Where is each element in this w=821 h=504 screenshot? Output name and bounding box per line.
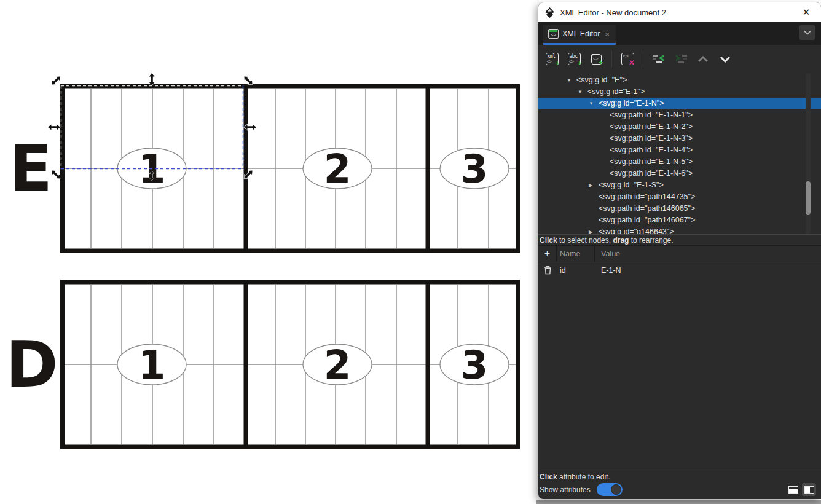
tree-node[interactable]: <svg:path id="E-1-N-4">: [538, 144, 821, 156]
tree-node-label: <svg:path id="E-1-N-6">: [610, 169, 693, 178]
window-shadow-strip: [536, 500, 821, 504]
attribute-hint: Click attribute to edit.: [538, 471, 821, 482]
inkscape-canvas[interactable]: 1 2 3 E 1 2 3 D: [0, 0, 538, 504]
expander-open-icon[interactable]: ▼: [589, 98, 599, 109]
expander-open-icon[interactable]: ▼: [578, 86, 587, 98]
new-text-node-button[interactable]: abc <> +: [565, 50, 583, 68]
xml-tree[interactable]: ▼<svg:g id="E">▼<svg:g id="E-1">▼<svg:g …: [538, 73, 821, 234]
tree-node-label: <svg:path id="E-1-N-5">: [610, 157, 693, 166]
tab-close-icon[interactable]: ×: [605, 30, 610, 39]
tree-node[interactable]: ▼<svg:g id="E-1-N">: [538, 98, 821, 109]
ellipse-label-d2: 2: [324, 342, 352, 388]
tree-scrollbar[interactable]: [806, 73, 811, 234]
attribute-value-header: Value: [595, 250, 821, 258]
layout-horizontal-button[interactable]: [786, 483, 800, 496]
chevron-up-icon: [697, 56, 709, 63]
scale-handle-nw[interactable]: [50, 74, 61, 86]
attribute-name-header: Name: [557, 246, 595, 262]
chevron-down-icon: [804, 30, 811, 35]
new-element-node-icon: xml <> +: [546, 53, 559, 65]
dialog-tabbar: <> XML Editor ×: [538, 22, 821, 45]
scale-handle-n[interactable]: [149, 73, 155, 85]
delete-attribute-button[interactable]: [538, 266, 557, 275]
attribute-row[interactable]: id E-1-N: [538, 262, 821, 278]
dialog-titlebar[interactable]: XML Editor - New document 2 ✕: [538, 2, 821, 22]
attribute-table-header: + Name Value: [538, 246, 821, 262]
ellipse-label-e2: 2: [324, 146, 352, 192]
tree-node[interactable]: <svg:path id="E-1-N-1">: [538, 109, 821, 121]
scale-handle-w[interactable]: [48, 125, 60, 130]
ellipse-label-d1: 1: [138, 342, 166, 388]
toolbar-separator: [643, 51, 643, 67]
drawing-row-d[interactable]: 1 2 3 D: [6, 280, 517, 449]
tree-node[interactable]: ▶<svg:g id="g146643">: [538, 226, 821, 234]
row-label-d: D: [6, 328, 58, 401]
chevron-down-icon: [720, 56, 731, 63]
tree-node-label: <svg:path id="E-1-N-4">: [610, 146, 693, 154]
unindent-node-button[interactable]: [650, 50, 667, 68]
horizontal-split-icon: [788, 486, 798, 494]
duplicate-node-icon: <> +: [589, 52, 603, 66]
xml-toolbar: xml <> + abc <> + <> + <> ✕: [538, 45, 821, 73]
trash-icon: [544, 266, 552, 275]
show-attributes-label: Show attributes: [540, 486, 591, 494]
tree-node-label: <svg:path id="E-1-N-1">: [610, 111, 693, 119]
attribute-value[interactable]: E-1-N: [595, 266, 821, 275]
tab-overflow-button[interactable]: [799, 25, 815, 40]
tree-node[interactable]: <svg:path id="E-1-N-3">: [538, 133, 821, 144]
new-element-node-button[interactable]: xml <> +: [543, 50, 560, 68]
xml-editor-dialog: XML Editor - New document 2 ✕ <> XML Edi…: [538, 2, 821, 499]
show-attributes-toggle[interactable]: [597, 483, 623, 496]
ellipse-label-e3: 3: [461, 146, 489, 192]
tree-node-label: <svg:g id="g146643">: [599, 227, 674, 234]
indent-node-icon: [674, 53, 688, 65]
delete-node-icon: <> ✕: [621, 53, 634, 65]
add-attribute-button[interactable]: +: [538, 246, 557, 262]
tree-node[interactable]: ▼<svg:g id="E-1">: [538, 86, 821, 98]
expander-closed-icon[interactable]: ▶: [589, 179, 599, 191]
tab-xml-editor[interactable]: <> XML Editor ×: [543, 25, 616, 45]
tree-node-label: <svg:path id="E-1-N-2">: [610, 122, 693, 131]
indent-node-button[interactable]: [672, 50, 689, 68]
unindent-node-icon: [652, 53, 666, 65]
new-text-node-icon: abc <> +: [568, 53, 581, 65]
tree-node-label: <svg:g id="E">: [576, 76, 627, 84]
tree-node-label: <svg:path id="path144735">: [599, 192, 695, 201]
tree-node-label: <svg:g id="E-1-S">: [599, 181, 664, 189]
tree-node[interactable]: ▼<svg:g id="E">: [538, 74, 821, 86]
tree-node[interactable]: <svg:path id="E-1-N-6">: [538, 168, 821, 179]
toolbar-separator: [611, 51, 612, 67]
tree-node-label: <svg:g id="E-1-N">: [599, 99, 664, 108]
duplicate-node-button[interactable]: <> +: [587, 50, 605, 68]
dialog-title: XML Editor - New document 2: [560, 8, 799, 17]
close-icon[interactable]: ✕: [799, 7, 814, 18]
attribute-empty-area: [538, 278, 821, 471]
ellipse-label-d3: 3: [461, 342, 489, 388]
tree-node[interactable]: <svg:path id="path146067">: [538, 215, 821, 226]
tree-node[interactable]: <svg:path id="E-1-N-2">: [538, 121, 821, 133]
xml-editor-tab-icon: <>: [548, 29, 559, 39]
vertical-split-icon: [804, 486, 814, 494]
tree-scrollbar-thumb[interactable]: [806, 181, 811, 215]
tree-node-label: <svg:path id="E-1-N-3">: [610, 134, 693, 143]
tree-node[interactable]: ▶<svg:g id="E-1-S">: [538, 179, 821, 191]
tab-label: XML Editor: [562, 30, 600, 38]
tree-node[interactable]: <svg:path id="path146065">: [538, 203, 821, 215]
tree-node-label: <svg:g id="E-1">: [587, 87, 645, 96]
tree-hint: Click to select nodes, drag to rearrange…: [538, 234, 821, 246]
row-label-e: E: [9, 132, 52, 205]
inkscape-logo-icon: [544, 7, 556, 18]
expander-open-icon[interactable]: ▼: [567, 74, 576, 86]
tree-node-label: <svg:path id="path146067">: [599, 216, 695, 224]
delete-node-button[interactable]: <> ✕: [619, 50, 636, 68]
tree-node[interactable]: <svg:path id="E-1-N-5">: [538, 156, 821, 168]
layout-vertical-button[interactable]: [802, 483, 816, 496]
dialog-bottom-row: Show attributes: [538, 482, 821, 499]
tree-node[interactable]: <svg:path id="path144735">: [538, 191, 821, 203]
tree-node-label: <svg:path id="path146065">: [599, 204, 695, 213]
expander-closed-icon[interactable]: ▶: [589, 226, 599, 234]
attribute-name[interactable]: id: [557, 266, 595, 275]
move-node-up-button[interactable]: [694, 50, 712, 68]
move-node-down-button[interactable]: [717, 50, 734, 68]
